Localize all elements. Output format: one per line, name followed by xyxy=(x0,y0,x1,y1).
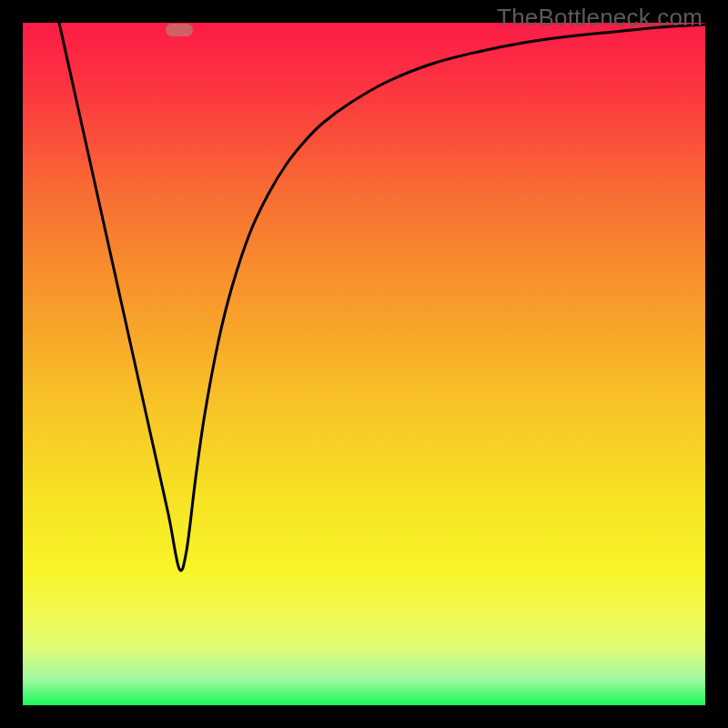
bottleneck-curve xyxy=(59,23,705,571)
watermark-text: TheBottleneck.com xyxy=(497,4,703,32)
chart-frame xyxy=(23,23,705,705)
minimum-marker xyxy=(166,24,193,36)
curve-layer xyxy=(23,23,705,705)
